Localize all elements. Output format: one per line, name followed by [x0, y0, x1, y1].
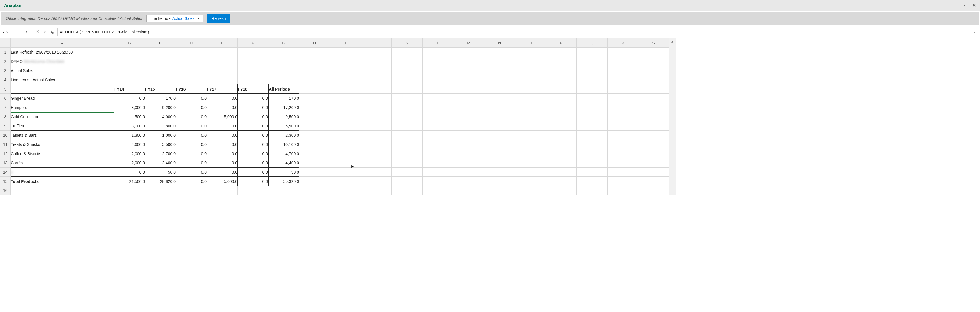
- value-cell[interactable]: 2,300.0: [269, 131, 299, 140]
- cell[interactable]: [638, 48, 669, 57]
- cell[interactable]: [330, 66, 361, 75]
- cell[interactable]: [515, 85, 546, 94]
- cell[interactable]: [608, 103, 638, 112]
- product-name-cell[interactable]: Ginger Bread: [11, 94, 115, 103]
- cell[interactable]: [453, 140, 484, 149]
- cell[interactable]: [361, 85, 392, 94]
- cancel-icon[interactable]: ✕: [36, 29, 40, 35]
- cell[interactable]: [577, 131, 608, 140]
- cell[interactable]: [330, 140, 361, 149]
- value-cell[interactable]: 0.0: [207, 149, 238, 158]
- cell[interactable]: [546, 103, 577, 112]
- cell[interactable]: [176, 57, 207, 66]
- value-cell[interactable]: 0.0: [238, 122, 269, 131]
- value-cell[interactable]: 0.0: [238, 140, 269, 149]
- cell[interactable]: [423, 103, 453, 112]
- cell[interactable]: [176, 186, 207, 195]
- cell[interactable]: [546, 158, 577, 168]
- value-cell[interactable]: 0.0: [176, 168, 207, 177]
- cell[interactable]: [330, 75, 361, 85]
- cell[interactable]: [484, 85, 515, 94]
- cell[interactable]: [484, 168, 515, 177]
- cell[interactable]: [115, 57, 145, 66]
- total-label-cell[interactable]: Total Products: [11, 177, 115, 186]
- cell[interactable]: [638, 122, 669, 131]
- value-cell[interactable]: 0.0: [207, 131, 238, 140]
- cell[interactable]: [423, 140, 453, 149]
- cell[interactable]: [145, 66, 176, 75]
- column-header[interactable]: R: [608, 38, 638, 48]
- column-header[interactable]: G: [269, 38, 299, 48]
- cell[interactable]: [484, 75, 515, 85]
- product-name-cell[interactable]: Carrés: [11, 158, 115, 168]
- cell[interactable]: [638, 103, 669, 112]
- cell[interactable]: [269, 66, 299, 75]
- cell[interactable]: [453, 75, 484, 85]
- cell[interactable]: [423, 158, 453, 168]
- value-cell[interactable]: 4,600.0: [115, 140, 145, 149]
- cell[interactable]: [361, 149, 392, 158]
- cell[interactable]: [484, 112, 515, 122]
- cell[interactable]: [361, 66, 392, 75]
- cell[interactable]: [299, 122, 330, 131]
- cell[interactable]: [269, 57, 299, 66]
- cell[interactable]: [453, 48, 484, 57]
- cell[interactable]: [638, 186, 669, 195]
- value-cell[interactable]: 0.0: [176, 94, 207, 103]
- column-header[interactable]: L: [423, 38, 453, 48]
- total-value-cell[interactable]: 55,320.0: [269, 177, 299, 186]
- cell[interactable]: [392, 168, 423, 177]
- cell[interactable]: [453, 57, 484, 66]
- cell[interactable]: [299, 48, 330, 57]
- value-cell[interactable]: 0.0: [238, 112, 269, 122]
- row-header[interactable]: 13: [0, 158, 11, 168]
- cell[interactable]: [361, 48, 392, 57]
- cell[interactable]: [577, 75, 608, 85]
- cell[interactable]: [330, 122, 361, 131]
- cell[interactable]: [361, 168, 392, 177]
- cell[interactable]: [238, 186, 269, 195]
- cell[interactable]: [299, 85, 330, 94]
- cell[interactable]: [515, 94, 546, 103]
- cell[interactable]: [423, 149, 453, 158]
- cell[interactable]: [638, 75, 669, 85]
- cell[interactable]: [453, 85, 484, 94]
- cell[interactable]: [515, 66, 546, 75]
- cell[interactable]: [577, 112, 608, 122]
- cell[interactable]: [453, 177, 484, 186]
- cell[interactable]: [361, 57, 392, 66]
- row-header[interactable]: 9: [0, 122, 11, 131]
- value-cell[interactable]: 50.0: [145, 168, 176, 177]
- period-header[interactable]: FY18: [238, 85, 269, 94]
- cell[interactable]: [207, 75, 238, 85]
- period-header[interactable]: FY17: [207, 85, 238, 94]
- cell[interactable]: [638, 57, 669, 66]
- cell[interactable]: [453, 94, 484, 103]
- value-cell[interactable]: 3,800.0: [145, 122, 176, 131]
- cell[interactable]: [330, 103, 361, 112]
- cell[interactable]: [299, 177, 330, 186]
- cell[interactable]: [361, 140, 392, 149]
- cell[interactable]: [392, 66, 423, 75]
- cell[interactable]: [299, 140, 330, 149]
- cell[interactable]: [453, 149, 484, 158]
- column-header[interactable]: P: [546, 38, 577, 48]
- product-name-cell[interactable]: v: [11, 168, 115, 177]
- ribbon-collapse-icon[interactable]: ▼: [963, 4, 966, 7]
- cell[interactable]: [546, 94, 577, 103]
- cell[interactable]: [423, 75, 453, 85]
- cell[interactable]: [299, 75, 330, 85]
- cell[interactable]: DEMO Montezuma Chocolate: [11, 57, 115, 66]
- cell[interactable]: [546, 140, 577, 149]
- value-cell[interactable]: 1,000.0: [145, 131, 176, 140]
- cell[interactable]: [638, 158, 669, 168]
- cell[interactable]: [330, 57, 361, 66]
- cell[interactable]: [546, 177, 577, 186]
- period-header[interactable]: FY14: [115, 85, 145, 94]
- value-cell[interactable]: 0.0: [207, 122, 238, 131]
- refresh-button[interactable]: Refresh: [207, 14, 230, 23]
- value-cell[interactable]: 0.0: [176, 103, 207, 112]
- line-items-select[interactable]: Line Items - Actual Sales ▼: [146, 15, 203, 22]
- cell[interactable]: [577, 57, 608, 66]
- value-cell[interactable]: 0.0: [238, 94, 269, 103]
